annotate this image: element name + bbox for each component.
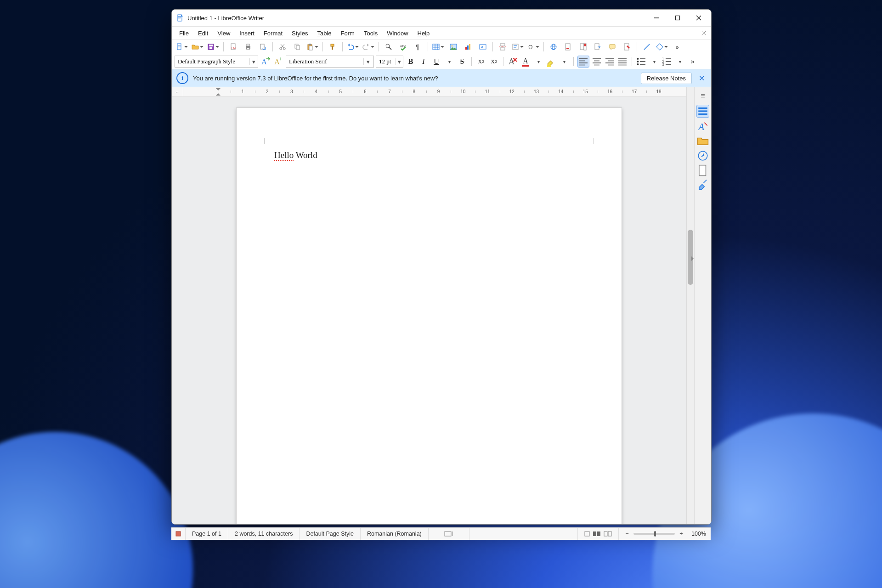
status-language[interactable]: Romanian (Romania) <box>361 528 429 540</box>
titlebar[interactable]: Untitled 1 - LibreOffice Writer <box>172 10 711 27</box>
subscript-button[interactable]: X2 <box>488 56 499 67</box>
menu-edit[interactable]: Edit <box>193 28 213 38</box>
sidebar-properties-button[interactable] <box>696 105 709 118</box>
chevron-down-icon[interactable]: ▾ <box>363 58 372 65</box>
status-page-style[interactable]: Default Page Style <box>300 528 361 540</box>
formatting-overflow-button[interactable]: » <box>687 56 698 67</box>
chevron-down-icon[interactable]: ▾ <box>396 58 403 65</box>
menu-help[interactable]: Help <box>413 28 435 38</box>
highlight-dropdown[interactable]: ▾ <box>559 56 570 67</box>
menu-file[interactable]: File <box>175 28 193 38</box>
document-modified-icon[interactable] <box>171 528 186 540</box>
horizontal-ruler[interactable]: ⌐ 123456789101112131415161718 <box>172 87 686 97</box>
toolbar-overflow-button[interactable]: » <box>670 41 684 52</box>
status-view-layout[interactable] <box>578 528 619 540</box>
status-wordcount[interactable]: 2 words, 11 characters <box>228 528 300 540</box>
update-style-button[interactable]: A <box>260 56 271 67</box>
find-replace-button[interactable] <box>382 41 396 52</box>
font-size-combo[interactable]: ▾ <box>376 56 403 68</box>
zoom-in-button[interactable]: + <box>678 531 685 537</box>
font-name-combo[interactable]: ▾ <box>286 56 374 68</box>
bullet-list-button[interactable] <box>636 56 647 67</box>
chevron-down-icon[interactable]: ▾ <box>249 58 258 65</box>
new-button[interactable] <box>175 41 189 52</box>
clear-formatting-button[interactable]: A <box>507 56 518 67</box>
print-preview-button[interactable] <box>256 41 270 52</box>
menu-form[interactable]: Form <box>336 28 359 38</box>
document-text[interactable]: Hello World <box>274 150 317 160</box>
infobar-close-button[interactable]: ✕ <box>696 73 707 83</box>
status-selection-mode[interactable] <box>469 528 578 540</box>
redo-button[interactable] <box>361 41 376 52</box>
basic-shapes-button[interactable] <box>655 41 669 52</box>
bold-button[interactable]: B <box>405 56 416 67</box>
cut-button[interactable] <box>276 41 289 52</box>
numbered-list-dropdown[interactable]: ▾ <box>674 56 685 67</box>
bullet-list-dropdown[interactable]: ▾ <box>649 56 660 67</box>
minimize-button[interactable] <box>646 11 667 25</box>
underline-button[interactable]: U <box>431 56 442 67</box>
font-name-input[interactable] <box>286 57 363 67</box>
open-button[interactable] <box>190 41 205 52</box>
menu-view[interactable]: View <box>213 28 235 38</box>
font-size-input[interactable] <box>376 57 396 67</box>
strikethrough-button[interactable]: S <box>457 56 468 67</box>
insert-footnote-button[interactable] <box>561 41 575 52</box>
status-page[interactable]: Page 1 of 1 <box>186 528 228 540</box>
underline-dropdown[interactable]: ▾ <box>444 56 455 67</box>
align-left-button[interactable] <box>577 56 589 68</box>
sidebar-styles-button[interactable]: A <box>697 120 709 132</box>
menu-table[interactable]: Table <box>312 28 336 38</box>
copy-button[interactable] <box>290 41 304 52</box>
undo-button[interactable] <box>345 41 360 52</box>
clone-formatting-button[interactable] <box>326 41 339 52</box>
insert-comment-button[interactable] <box>605 41 619 52</box>
print-button[interactable] <box>241 41 255 52</box>
zoom-out-button[interactable]: − <box>623 531 631 537</box>
menu-styles[interactable]: Styles <box>287 28 312 38</box>
spellcheck-underline[interactable]: Hello <box>274 150 294 161</box>
save-button[interactable] <box>206 41 220 52</box>
align-center-button[interactable] <box>591 56 602 67</box>
insert-bookmark-button[interactable] <box>576 41 590 52</box>
formatting-marks-button[interactable]: ¶ <box>411 41 425 52</box>
close-document-button[interactable] <box>699 28 708 38</box>
sidebar-menu-button[interactable]: ≡ <box>697 90 709 102</box>
vertical-scrollbar[interactable] <box>686 87 694 524</box>
insert-image-button[interactable] <box>447 41 460 52</box>
paragraph-style-combo[interactable]: ▾ <box>175 56 258 68</box>
highlight-button[interactable] <box>546 56 557 67</box>
document-scroll[interactable]: Hello World <box>172 97 686 524</box>
zoom-slider[interactable] <box>633 533 675 535</box>
spellcheck-button[interactable]: abc <box>396 41 410 52</box>
font-color-button[interactable]: A <box>520 56 531 67</box>
sidebar-page-button[interactable] <box>697 164 709 176</box>
insert-field-button[interactable] <box>510 41 525 52</box>
insert-symbol-button[interactable]: Ω <box>526 41 541 52</box>
release-notes-button[interactable]: Release Notes <box>641 73 692 84</box>
superscript-button[interactable]: X2 <box>475 56 486 67</box>
close-button[interactable] <box>688 11 709 25</box>
sidebar-navigator-button[interactable] <box>697 150 709 162</box>
new-style-button[interactable]: A+ <box>273 56 284 67</box>
zoom-value[interactable]: 100% <box>691 531 706 537</box>
paste-button[interactable] <box>305 41 320 52</box>
sidebar-expand-grip[interactable] <box>691 256 696 261</box>
menu-format[interactable]: Format <box>259 28 287 38</box>
export-pdf-button[interactable]: PDF <box>226 41 240 52</box>
paragraph-style-input[interactable] <box>175 57 249 67</box>
indent-marker[interactable] <box>216 88 220 93</box>
insert-hyperlink-button[interactable] <box>547 41 560 52</box>
numbered-list-button[interactable]: 123 <box>662 56 673 67</box>
insert-cross-reference-button[interactable] <box>591 41 605 52</box>
track-changes-button[interactable] <box>620 41 634 52</box>
status-insert-mode[interactable] <box>429 528 469 540</box>
sidebar-style-inspector-button[interactable] <box>697 179 709 191</box>
document-page[interactable]: Hello World <box>237 108 622 524</box>
font-color-dropdown[interactable]: ▾ <box>533 56 544 67</box>
menu-insert[interactable]: Insert <box>235 28 259 38</box>
insert-page-break-button[interactable] <box>496 41 509 52</box>
insert-line-button[interactable] <box>640 41 654 52</box>
insert-chart-button[interactable] <box>461 41 475 52</box>
maximize-button[interactable] <box>667 11 688 25</box>
